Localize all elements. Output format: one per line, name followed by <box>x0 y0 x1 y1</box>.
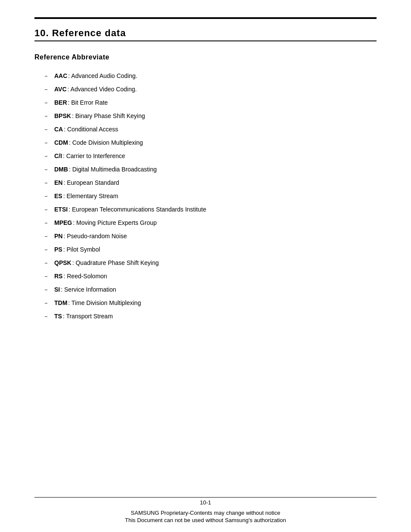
abbrev-definition: : Quadrature Phase Shift Keying <box>72 258 159 268</box>
list-item: －DMB : Digital Multimedia Broadcasting <box>43 165 377 174</box>
list-item: －EN : European Standard <box>43 178 377 187</box>
abbrev-term: TS <box>54 312 62 321</box>
abbrev-definition: : Reed-Solomon <box>63 272 107 281</box>
abbrev-term: AAC <box>54 72 67 81</box>
list-item: －RS : Reed-Solomon <box>43 272 377 281</box>
list-item: －SI : Service Information <box>43 285 377 294</box>
abbrev-definition: : Carrier to Interference <box>63 152 125 161</box>
list-dash: － <box>43 285 51 294</box>
abbrev-term: PN <box>54 232 62 241</box>
list-dash: － <box>43 205 51 214</box>
abbrev-definition: : Elementary Stream <box>63 192 118 201</box>
abbrev-definition: : European Standard <box>63 178 119 187</box>
list-dash: － <box>43 165 51 174</box>
page-container: 10. Reference data Reference Abbreviate … <box>0 0 411 532</box>
list-dash: － <box>43 112 51 121</box>
abbrev-definition: : Pseudo-random Noise <box>63 232 127 241</box>
abbrev-definition: : Conditional Access <box>64 125 118 134</box>
abbrev-term: AVC <box>54 85 67 94</box>
footer-page-number: 10-1 <box>0 499 411 506</box>
list-dash: － <box>43 232 51 241</box>
abbrev-term: DMB <box>54 165 68 174</box>
list-dash: － <box>43 178 51 187</box>
list-dash: － <box>43 245 51 254</box>
list-dash: － <box>43 125 51 134</box>
list-item: －CDM : Code Division Multiplexing <box>43 138 377 147</box>
abbrev-term: QPSK <box>54 258 72 268</box>
footer-text2: This Document can not be used without Sa… <box>0 517 411 523</box>
abbrev-definition: : Advanced Audio Coding. <box>68 72 137 81</box>
abbrev-term: CDM <box>54 138 68 147</box>
list-dash: － <box>43 152 51 161</box>
footer-text1: SAMSUNG Proprietary-Contents may change … <box>0 510 411 516</box>
abbrev-definition: : Pilot Symbol <box>63 245 100 254</box>
list-item: －PS : Pilot Symbol <box>43 245 377 254</box>
top-border <box>34 17 377 19</box>
list-item: －BPSK: Binary Phase Shift Keying <box>43 112 377 121</box>
abbrev-definition: : Service Information <box>61 285 116 294</box>
list-item: －PN : Pseudo-random Noise <box>43 232 377 241</box>
abbrev-term: C/I <box>54 152 62 161</box>
list-dash: － <box>43 312 51 321</box>
abbrev-term: BER <box>54 98 67 107</box>
list-item: －ES : Elementary Stream <box>43 192 377 201</box>
list-item: －C/I : Carrier to Interference <box>43 152 377 161</box>
abbrev-definition: : Binary Phase Shift Keying <box>72 112 145 121</box>
abbrev-definition: : Digital Multimedia Broadcasting <box>69 165 157 174</box>
abbrev-term: SI <box>54 285 60 294</box>
list-dash: － <box>43 218 51 227</box>
list-item: －MPEG: Moving Picture Experts Group <box>43 218 377 227</box>
section-underline <box>34 40 377 41</box>
list-dash: － <box>43 72 51 81</box>
list-item: －ETSI: European Telecommunications Stand… <box>43 205 377 214</box>
abbrev-definition: : Transport Stream <box>63 312 113 321</box>
abbrev-term: RS <box>54 272 62 281</box>
list-item: －BER : Bit Error Rate <box>43 98 377 107</box>
list-dash: － <box>43 138 51 147</box>
abbrev-term: EN <box>54 178 62 187</box>
abbrev-term: MPEG <box>54 218 72 227</box>
list-item: －AAC: Advanced Audio Coding. <box>43 72 377 81</box>
list-item: －CA : Conditional Access <box>43 125 377 134</box>
list-item: －TDM : Time Division Multiplexing <box>43 299 377 308</box>
list-item: －TS : Transport Stream <box>43 312 377 321</box>
abbrev-definition: : Code Division Multiplexing <box>69 138 143 147</box>
abbreviation-list: －AAC: Advanced Audio Coding.－AVC : Advan… <box>43 72 377 321</box>
subsection-title: Reference Abbreviate <box>34 53 377 61</box>
footer-line <box>34 497 377 498</box>
list-dash: － <box>43 299 51 308</box>
abbrev-term: BPSK <box>54 112 71 121</box>
footer-content: SAMSUNG Proprietary-Contents may change … <box>0 510 411 523</box>
list-dash: － <box>43 258 51 268</box>
list-item: －QPSK: Quadrature Phase Shift Keying <box>43 258 377 268</box>
list-dash: － <box>43 272 51 281</box>
abbrev-definition: : Moving Picture Experts Group <box>73 218 157 227</box>
list-dash: － <box>43 192 51 201</box>
section-title: 10. Reference data <box>34 28 377 39</box>
abbrev-definition: : Advanced Video Coding. <box>68 85 137 94</box>
abbrev-definition: : Time Division Multiplexing <box>68 299 141 308</box>
abbrev-term: PS <box>54 245 62 254</box>
list-dash: － <box>43 98 51 107</box>
abbrev-definition: : European Telecommunications Standards … <box>68 205 206 214</box>
abbrev-definition: : Bit Error Rate <box>68 98 108 107</box>
abbrev-term: ETSI <box>54 205 68 214</box>
list-dash: － <box>43 85 51 94</box>
abbrev-term: CA <box>54 125 63 134</box>
abbrev-term: ES <box>54 192 62 201</box>
list-item: －AVC : Advanced Video Coding. <box>43 85 377 94</box>
abbrev-term: TDM <box>54 299 67 308</box>
